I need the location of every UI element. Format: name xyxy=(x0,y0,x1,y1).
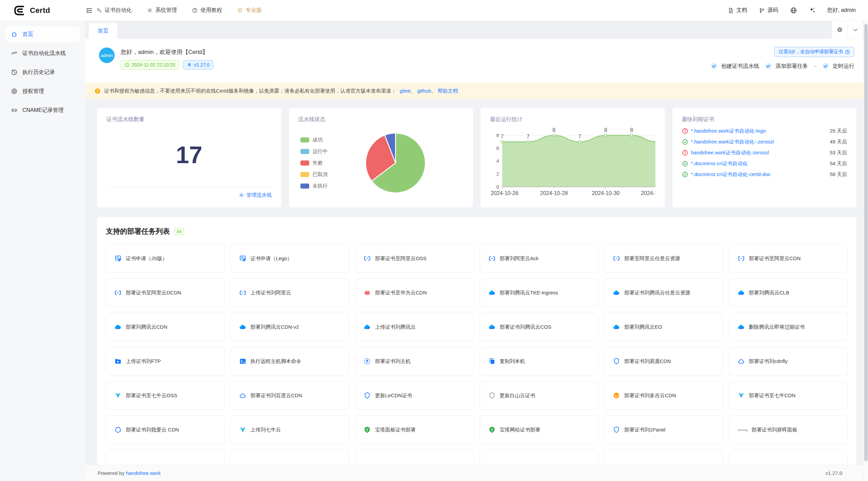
legend-item-1[interactable]: 运行中 xyxy=(300,148,328,155)
expiring-cert-row: *.handsfree.work证书自动化-lego 25 天后 xyxy=(682,128,847,134)
task-item-24[interactable]: 部署证书至七牛云OSS xyxy=(106,381,225,410)
task-item-23[interactable]: 部署证书到cdnfly xyxy=(729,347,848,376)
task-item-25[interactable]: 部署证书到百度云CDN xyxy=(231,381,350,410)
nav-item-2[interactable]: 使用教程 xyxy=(192,7,222,14)
task-item-partial-3[interactable] xyxy=(480,450,599,465)
task-item-label: 上传证书到腾讯云 xyxy=(375,324,416,330)
sidebar-item-4[interactable]: CNAME记录管理 xyxy=(5,102,81,119)
banner-link-帮助文档[interactable]: 帮助文档 xyxy=(437,88,458,94)
task-item-1[interactable]: 证书申请（Lego） xyxy=(231,244,350,273)
task-item-22[interactable]: 部署证书到易盾CDN xyxy=(604,347,723,376)
task-item-17[interactable]: 删除腾讯云即将过期证书 xyxy=(729,313,848,341)
sidebar-item-0[interactable]: 首页 xyxy=(5,26,81,43)
sidebar-item-1[interactable]: 证书自动化流水线 xyxy=(5,45,81,62)
rocket-icon xyxy=(187,62,192,68)
legend-item-2[interactable]: 失败 xyxy=(300,160,328,166)
task-item-6[interactable]: 部署证书至阿里云DCDN xyxy=(106,278,225,307)
expiring-cert-name[interactable]: *.handsfree.work证书自动化--zerossl xyxy=(691,139,823,145)
step-2: 定时运行 xyxy=(822,62,854,70)
sidebar-item-label: 证书自动化流水线 xyxy=(22,50,66,57)
svg-text:8: 8 xyxy=(496,132,499,138)
task-item-5[interactable]: 部署证书至阿里云CDN xyxy=(729,244,848,273)
task-item-28[interactable]: 部署证书到多吉云CDN xyxy=(604,381,723,410)
expiring-cert-name[interactable]: *.docmirror.cn证书自动化-certd-doc xyxy=(691,171,823,178)
pipeline-status-card: 流水线状态 成功运行中失败已取消未执行 xyxy=(289,108,473,208)
pipeline-status-pie-chart xyxy=(328,128,464,198)
language-globe-icon[interactable] xyxy=(790,7,797,14)
host-upload-icon xyxy=(363,358,371,365)
svg-text:2024-10-28: 2024-10-28 xyxy=(540,190,568,196)
task-item-21[interactable]: 复制到本机 xyxy=(480,347,599,376)
task-item-8[interactable]: 部署证书至华为云CDN xyxy=(355,278,474,307)
quick-steps-tip[interactable]: 仅需3步，全自动申请部署证书 xyxy=(774,47,854,57)
task-item-15[interactable]: 部署证书到腾讯云COS xyxy=(480,313,599,341)
task-item-0[interactable]: 证书申请（JS版） xyxy=(106,244,225,273)
scrollbar-thumb[interactable] xyxy=(864,24,868,461)
task-item-16[interactable]: 部署到腾讯云EO xyxy=(604,313,723,341)
expiring-cert-name[interactable]: *.handsfree.work证书自动化-lego xyxy=(691,128,823,134)
home-icon xyxy=(11,31,18,38)
nav-item-1[interactable]: 系统管理 xyxy=(147,7,177,14)
legend-item-3[interactable]: 已取消 xyxy=(300,171,328,178)
nav-item-0[interactable]: 证书自动化 xyxy=(96,7,132,14)
task-item-30[interactable]: 部署证书到我爱云 CDN xyxy=(106,416,225,444)
sidebar-item-3[interactable]: 授权管理 xyxy=(5,83,81,100)
handsfree-link[interactable]: handsfree.work xyxy=(126,470,161,476)
aliyun-icon xyxy=(613,255,620,262)
pipeline-count-value: 17 xyxy=(106,123,272,187)
task-item-26[interactable]: 更新LeCDN证书 xyxy=(355,381,474,410)
task-item-35[interactable]: Synology部署证书到群晖面板 xyxy=(729,416,848,444)
tab-home[interactable]: 首页 xyxy=(89,23,117,39)
expiring-cert-name[interactable]: *.docmirror.cn证书自动化 xyxy=(691,160,823,167)
task-item-34[interactable]: 部署证书到1Panel xyxy=(604,416,723,444)
task-item-partial-4[interactable] xyxy=(604,450,723,465)
task-item-10[interactable]: 部署证书到腾讯云任意云资源 xyxy=(604,278,723,307)
banner-link-gitee[interactable]: gitee xyxy=(400,88,411,94)
doge-icon xyxy=(613,392,620,399)
huawei-icon xyxy=(363,289,371,296)
docs-link[interactable]: 文档 xyxy=(728,7,747,14)
task-item-label: 部署到腾讯云CDN-v2 xyxy=(251,324,299,330)
banner-links: gitee、 github、 帮助文档 xyxy=(400,88,458,94)
task-item-19[interactable]: 执行远程主机脚本命令 xyxy=(231,347,350,376)
task-item-32[interactable]: 宝塔面板证书部署 xyxy=(355,416,474,444)
task-item-partial-2[interactable] xyxy=(355,450,474,465)
tencent-icon xyxy=(613,323,620,331)
clock-icon xyxy=(124,62,130,68)
legend-item-0[interactable]: 成功 xyxy=(300,137,328,143)
user-greeting[interactable]: 您好, admin xyxy=(827,7,856,14)
task-item-12[interactable]: 部署到腾讯云CDN xyxy=(106,313,225,341)
task-item-2[interactable]: 部署证书至阿里云OSS xyxy=(355,244,474,273)
sidebar-item-2[interactable]: 执行历史记录 xyxy=(5,64,81,81)
task-item-27[interactable]: 更新白山云证书 xyxy=(480,381,599,410)
tab-close-icon[interactable] xyxy=(832,21,847,38)
task-item-7[interactable]: 上传证书到阿里云 xyxy=(231,278,350,307)
task-item-29[interactable]: 部署证书至七牛CDN xyxy=(729,381,848,410)
task-item-partial-1[interactable] xyxy=(231,450,350,465)
manage-pipelines-link[interactable]: 管理流水线 xyxy=(239,192,272,198)
tab-menu-chevron-icon[interactable] xyxy=(847,21,863,38)
task-item-18[interactable]: 上传证书到FTP xyxy=(106,347,225,376)
task-item-partial-5[interactable] xyxy=(729,450,848,465)
task-item-33[interactable]: 宝塔网站证书部署 xyxy=(480,416,599,444)
task-item-partial-0[interactable] xyxy=(106,450,225,465)
expiring-cert-name[interactable]: handsfree.work证书自动化-zerossl xyxy=(691,150,823,156)
task-item-20[interactable]: 部署证书到主机 xyxy=(355,347,474,376)
banner-link-github[interactable]: github xyxy=(417,88,431,94)
quick-steps: 创建证书流水线 添加部署任务– 定时运行 xyxy=(710,62,854,70)
avatar[interactable]: admin xyxy=(99,47,115,63)
sidebar: 首页证书自动化流水线执行历史记录授权管理CNAME记录管理 xyxy=(0,21,85,481)
task-item-3[interactable]: 部署到阿里云Ack xyxy=(480,244,599,273)
task-item-11[interactable]: 部署到腾讯云CLB xyxy=(729,278,848,307)
theme-sparkles-icon[interactable] xyxy=(809,7,816,14)
menu-fold-icon[interactable] xyxy=(85,7,93,14)
legend-item-4[interactable]: 未执行 xyxy=(300,183,328,189)
nav-item-3[interactable]: 专业版 xyxy=(237,7,262,14)
task-item-4[interactable]: 部署至阿里云任意云资源 xyxy=(604,244,723,273)
task-item-31[interactable]: 上传到七牛云 xyxy=(231,416,350,444)
task-item-9[interactable]: 部署到腾讯云TKE-ingress xyxy=(480,278,599,307)
task-item-14[interactable]: 上传证书到腾讯云 xyxy=(355,313,474,341)
task-item-label: 部署至阿里云任意云资源 xyxy=(624,255,680,262)
task-item-13[interactable]: 部署到腾讯云CDN-v2 xyxy=(231,313,350,341)
source-link[interactable]: 源码 xyxy=(759,7,778,14)
